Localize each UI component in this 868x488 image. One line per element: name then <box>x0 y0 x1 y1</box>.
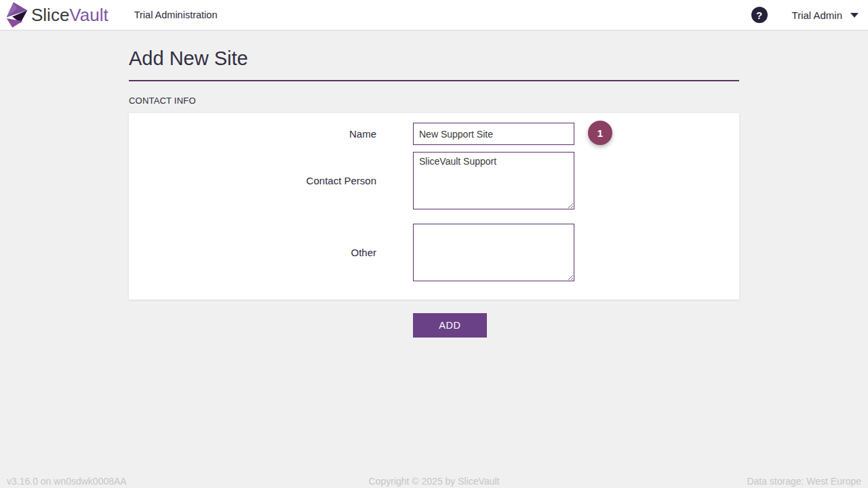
step-badge: 1 <box>588 121 612 145</box>
main-content: Add New Site CONTACT INFO Name 1 Contact… <box>129 30 739 338</box>
header-right: ? Trial Admin <box>751 7 859 23</box>
name-label: Name <box>129 128 376 140</box>
contact-person-textarea[interactable]: SliceVault Support <box>413 152 574 209</box>
slicevault-logo-icon <box>5 2 28 28</box>
page-footer: v3.16.0 on wn0sdwk0008AA Copyright © 202… <box>0 473 868 487</box>
contact-info-card: Name 1 Contact Person SliceVault Support… <box>129 113 739 300</box>
app-header: SliceVault Trial Administration ? Trial … <box>0 0 868 30</box>
add-button[interactable]: ADD <box>413 313 487 338</box>
form-row-contact-person: Contact Person SliceVault Support <box>129 152 739 209</box>
brand-wordmark-primary: Slice <box>31 5 69 25</box>
chevron-down-icon <box>850 13 859 18</box>
page-title: Add New Site <box>129 47 739 81</box>
main-nav: Trial Administration <box>134 7 218 23</box>
section-label-contact-info: CONTACT INFO <box>129 96 739 106</box>
help-icon[interactable]: ? <box>751 7 768 23</box>
name-input[interactable] <box>413 123 574 145</box>
brand-wordmark: SliceVault <box>31 5 108 26</box>
other-textarea[interactable] <box>413 224 574 281</box>
user-menu[interactable]: Trial Admin <box>792 9 859 21</box>
user-menu-label: Trial Admin <box>792 9 842 21</box>
brand-wordmark-secondary: Vault <box>69 5 108 25</box>
form-row-name: Name 1 <box>129 123 739 145</box>
footer-data-storage: Data storage: West Europe <box>747 476 861 487</box>
form-row-other: Other <box>129 224 739 281</box>
footer-version: v3.16.0 on wn0sdwk0008AA <box>7 476 127 487</box>
contact-person-label: Contact Person <box>129 175 376 186</box>
footer-copyright: Copyright © 2025 by SliceVault <box>369 476 500 487</box>
nav-item-trial-administration[interactable]: Trial Administration <box>134 7 218 23</box>
other-label: Other <box>129 247 376 258</box>
brand-home-link[interactable]: SliceVault <box>5 2 108 28</box>
